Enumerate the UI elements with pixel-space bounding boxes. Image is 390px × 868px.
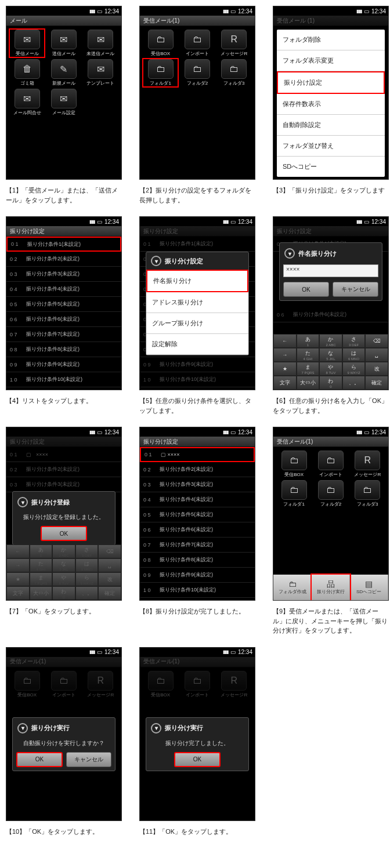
- key[interactable]: さ3 DEF: [342, 334, 366, 348]
- list-item[interactable]: 0 3振り分け条件3(未設定): [6, 267, 121, 282]
- key[interactable]: 、。: [342, 376, 366, 390]
- icon-folder-1[interactable]: 🗀フォルダ1: [143, 59, 178, 86]
- icon-folder-2[interactable]: 🗀フォルダ2: [313, 480, 348, 507]
- ok-button[interactable]: OK: [16, 752, 63, 767]
- list-item[interactable]: 0 6振り分け条件6(未設定): [140, 522, 255, 537]
- cancel-button[interactable]: キャンセル: [333, 282, 378, 297]
- key[interactable]: ら9 WXYZ: [75, 572, 99, 586]
- key[interactable]: 、。: [75, 586, 99, 600]
- key[interactable]: な5 JKL: [319, 348, 342, 362]
- icon-message-r[interactable]: RメッセージR: [217, 30, 251, 57]
- icon-mail-inquiry[interactable]: ✉メール問合せ: [10, 89, 44, 116]
- key[interactable]: ★: [6, 572, 30, 586]
- key[interactable]: ⌫: [98, 544, 121, 558]
- icon-import[interactable]: 🗀インポート: [313, 451, 348, 478]
- menu-create-folder[interactable]: 🗀フォルダ作成: [273, 575, 312, 600]
- subject-input[interactable]: ××××: [283, 264, 378, 277]
- list-item[interactable]: 0 2振り分け条件2(未設定): [140, 462, 255, 477]
- icon-inbox-box[interactable]: 🗀受信BOX: [277, 451, 311, 478]
- key[interactable]: わ0: [319, 376, 342, 390]
- key[interactable]: 確定: [98, 586, 121, 600]
- icon-inbox-box[interactable]: 🗀受信BOX: [143, 30, 178, 57]
- list-item[interactable]: 0 8振り分け条件8(未設定): [140, 553, 255, 568]
- ok-button[interactable]: OK: [174, 752, 221, 767]
- key[interactable]: や8 TUV: [319, 362, 342, 376]
- list-item[interactable]: 0 1振り分け条件1(未設定): [6, 237, 121, 252]
- key[interactable]: ま7 PQRS: [30, 572, 53, 586]
- menu-folder-display[interactable]: フォルダ表示変更: [277, 50, 385, 71]
- icon-folder-3[interactable]: 🗀フォルダ3: [217, 59, 251, 86]
- key[interactable]: 大⇔小: [30, 586, 53, 600]
- key[interactable]: や8 TUV: [52, 572, 75, 586]
- menu-execute-sort[interactable]: 品振り分け実行: [312, 575, 350, 600]
- key[interactable]: た4 GHI: [297, 348, 320, 362]
- key[interactable]: 大⇔小: [297, 376, 320, 390]
- list-item[interactable]: 0 7振り分け条件7(未設定): [140, 537, 255, 553]
- list-item[interactable]: 0 5振り分け条件5(未設定): [6, 297, 121, 312]
- icon-folder-3[interactable]: 🗀フォルダ3: [351, 480, 385, 507]
- key[interactable]: ⌫: [365, 334, 388, 348]
- menu-folder-delete[interactable]: フォルダ削除: [277, 30, 385, 50]
- icon-folder-2[interactable]: 🗀フォルダ2: [180, 59, 214, 86]
- key[interactable]: 改: [365, 362, 388, 376]
- key[interactable]: か2 ABC: [52, 544, 75, 558]
- list-item[interactable]: 0 4振り分け条件4(未設定): [140, 492, 255, 507]
- list-item[interactable]: 1 0振り分け条件10(未設定): [140, 583, 255, 598]
- key[interactable]: ★: [273, 362, 297, 376]
- sort-condition-list[interactable]: 0 1▢ ××××0 2振り分け条件2(未設定)0 3振り分け条件3(未設定)0…: [140, 447, 255, 601]
- key[interactable]: さ3 DEF: [75, 544, 99, 558]
- keyboard[interactable]: ←あ1か2 ABCさ3 DEF⌫→た4 GHIな5 JKLは6 MNO␣★ま7 …: [273, 334, 388, 390]
- key[interactable]: 改: [98, 572, 121, 586]
- key[interactable]: ␣: [365, 348, 388, 362]
- key[interactable]: は6 MNO: [75, 558, 99, 572]
- key[interactable]: あ1: [30, 544, 53, 558]
- icon-new-mail[interactable]: ✎新規メール: [46, 59, 81, 86]
- option-clear[interactable]: 設定解除: [146, 334, 248, 355]
- list-item[interactable]: 0 4振り分け条件4(未設定): [6, 282, 121, 297]
- key[interactable]: あ1: [297, 334, 320, 348]
- key[interactable]: な5 JKL: [52, 558, 75, 572]
- key[interactable]: ←: [6, 544, 30, 558]
- icon-folder-1[interactable]: 🗀フォルダ1: [277, 480, 311, 507]
- menu-save-count[interactable]: 保存件数表示: [277, 94, 385, 115]
- menu-sort-settings[interactable]: 振り分け設定: [277, 71, 385, 94]
- key[interactable]: た4 GHI: [30, 558, 53, 572]
- key[interactable]: 確定: [365, 376, 388, 390]
- key[interactable]: →: [273, 348, 297, 362]
- key[interactable]: ら9 WXYZ: [342, 362, 366, 376]
- key[interactable]: は6 MNO: [342, 348, 366, 362]
- option-subject-sort[interactable]: 件名振り分け: [146, 270, 248, 292]
- menu-folder-reorder[interactable]: フォルダ並び替え: [277, 136, 385, 157]
- key[interactable]: ←: [273, 334, 297, 348]
- list-item[interactable]: 1 0振り分け条件10(未設定): [6, 372, 121, 387]
- icon-sent-mail[interactable]: ✉送信メール: [46, 30, 81, 57]
- list-item[interactable]: 1 1振り分け条件11(未設定): [140, 598, 255, 601]
- icon-template[interactable]: ✉テンプレート: [84, 59, 118, 86]
- list-item[interactable]: 0 8振り分け条件8(未設定): [6, 342, 121, 357]
- list-item[interactable]: 0 7振り分け条件7(未設定): [6, 327, 121, 342]
- key[interactable]: わ0: [52, 586, 75, 600]
- icon-trash[interactable]: 🗑ゴミ箱: [10, 59, 44, 86]
- list-item[interactable]: 0 3振り分け条件3(未設定): [140, 477, 255, 492]
- list-item[interactable]: 0 6振り分け条件6(未設定): [6, 312, 121, 327]
- option-address-sort[interactable]: アドレス振り分け: [146, 292, 248, 313]
- option-group-sort[interactable]: グループ振り分け: [146, 313, 248, 334]
- icon-unsent-mail[interactable]: ✉未送信メール: [84, 30, 118, 57]
- list-item[interactable]: 0 1▢ ××××: [140, 447, 255, 462]
- icon-received-mail[interactable]: ✉受信メール: [10, 30, 44, 57]
- key[interactable]: ま7 PQRS: [297, 362, 320, 376]
- icon-message-r[interactable]: RメッセージR: [351, 451, 385, 478]
- menu-sd-copy[interactable]: SDへコピー: [277, 157, 385, 177]
- key[interactable]: 文字: [273, 376, 297, 390]
- list-item[interactable]: 1 1振り分け条件11(未設定): [6, 387, 121, 390]
- key[interactable]: 文字: [6, 586, 30, 600]
- ok-button[interactable]: OK: [41, 526, 87, 541]
- icon-mail-settings[interactable]: ✉メール設定: [46, 89, 81, 116]
- key[interactable]: か2 ABC: [319, 334, 342, 348]
- ok-button[interactable]: OK: [283, 282, 329, 297]
- list-item[interactable]: 0 5振り分け条件5(未設定): [140, 507, 255, 522]
- sort-condition-list[interactable]: 0 1振り分け条件1(未設定)0 2振り分け条件2(未設定)0 3振り分け条件3…: [6, 237, 121, 390]
- key[interactable]: →: [6, 558, 30, 572]
- cancel-button[interactable]: キャンセル: [66, 752, 111, 767]
- menu-auto-delete[interactable]: 自動削除設定: [277, 115, 385, 136]
